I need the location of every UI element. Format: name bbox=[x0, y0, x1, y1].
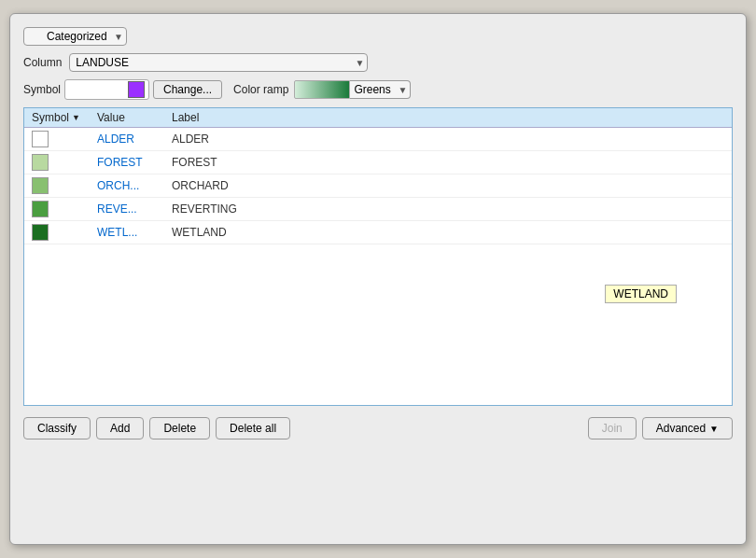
column-row: Column LANDUSE ▼ bbox=[23, 53, 733, 72]
value-cell-2: ORCH... bbox=[90, 174, 164, 198]
symbol-cell-4 bbox=[24, 221, 90, 244]
symbol-color-swatch bbox=[128, 81, 145, 98]
color-ramp-select[interactable]: Greens bbox=[350, 80, 411, 99]
column-select[interactable]: LANDUSE bbox=[69, 53, 368, 72]
table-row[interactable]: REVE...REVERTING bbox=[24, 198, 732, 221]
color-ramp-label: Color ramp bbox=[233, 83, 288, 96]
label-cell-3: REVERTING bbox=[164, 198, 732, 221]
renderer-type-select[interactable]: Categorized bbox=[23, 27, 127, 46]
advanced-chevron-icon: ▼ bbox=[709, 424, 719, 434]
table-row[interactable]: FORESTFOREST bbox=[24, 151, 732, 174]
label-cell-0: ALDER bbox=[164, 128, 732, 151]
value-cell-0: ALDER bbox=[90, 128, 164, 151]
change-symbol-button[interactable]: Change... bbox=[153, 80, 222, 99]
symbol-group: Symbol Change... bbox=[23, 79, 222, 100]
delete-button[interactable]: Delete bbox=[149, 417, 210, 439]
classify-button[interactable]: Classify bbox=[23, 417, 91, 439]
value-cell-3: REVE... bbox=[90, 198, 164, 221]
table-header-row: Symbol ▼ Value Label bbox=[24, 108, 732, 128]
renderer-type-row: ⊞ Categorized ▼ bbox=[23, 27, 733, 46]
sort-icon: ▼ bbox=[72, 113, 80, 122]
symbol-cell-2 bbox=[24, 174, 90, 198]
renderer-type-wrapper[interactable]: ⊞ Categorized ▼ bbox=[23, 27, 127, 46]
label-cell-1: FOREST bbox=[164, 151, 732, 174]
color-ramp-preview bbox=[294, 80, 350, 99]
delete-all-button[interactable]: Delete all bbox=[216, 417, 290, 439]
symbol-preview-area bbox=[69, 82, 125, 97]
symbol-cell-0 bbox=[24, 128, 90, 151]
categories-table: Symbol ▼ Value Label ALDERALDERFORESTFOR… bbox=[24, 108, 732, 244]
symbol-label: Symbol bbox=[23, 83, 61, 96]
wetland-tooltip: WETLAND bbox=[605, 285, 677, 303]
value-cell-1: FOREST bbox=[90, 151, 164, 174]
join-button[interactable]: Join bbox=[588, 417, 637, 439]
table-row[interactable]: ORCH...ORCHARD bbox=[24, 174, 732, 198]
symbol-cell-1 bbox=[24, 151, 90, 174]
table-wrapper: Symbol ▼ Value Label ALDERALDERFORESTFOR… bbox=[23, 107, 733, 406]
advanced-label: Advanced bbox=[656, 422, 706, 435]
color-ramp-select-wrapper[interactable]: Greens ▼ bbox=[294, 80, 411, 99]
advanced-button[interactable]: Advanced ▼ bbox=[642, 417, 733, 439]
col-value-header: Value bbox=[90, 108, 164, 128]
label-cell-2: ORCHARD bbox=[164, 174, 732, 198]
label-cell-4: WETLAND bbox=[164, 221, 732, 244]
table-row[interactable]: ALDERALDER bbox=[24, 128, 732, 151]
symbol-cell-3 bbox=[24, 198, 90, 221]
color-ramp-group: Color ramp Greens ▼ bbox=[233, 80, 411, 99]
column-label: Column bbox=[23, 56, 62, 69]
categorized-dialog: ⊞ Categorized ▼ Column LANDUSE ▼ Symbol … bbox=[9, 13, 747, 545]
table-row[interactable]: WETL...WETLAND bbox=[24, 221, 732, 244]
col-symbol-header: Symbol ▼ bbox=[24, 108, 90, 128]
categories-table-container[interactable]: Symbol ▼ Value Label ALDERALDERFORESTFOR… bbox=[23, 107, 733, 406]
value-cell-4: WETL... bbox=[90, 221, 164, 244]
action-buttons-row: Classify Add Delete Delete all Join Adva… bbox=[23, 417, 733, 439]
col-label-header: Label bbox=[164, 108, 732, 128]
add-button[interactable]: Add bbox=[96, 417, 144, 439]
symbol-colorramp-row: Symbol Change... Color ramp Greens ▼ bbox=[23, 79, 733, 100]
column-select-wrapper[interactable]: LANDUSE ▼ bbox=[69, 53, 368, 72]
